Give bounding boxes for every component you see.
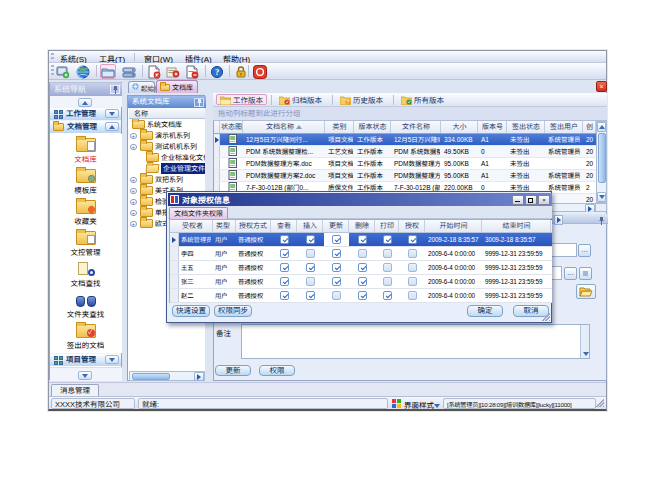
perm-button[interactable]: 权限 [259, 365, 295, 376]
sidebar-item-2[interactable]: 收藏夹 [50, 196, 121, 226]
chevron-down-icon[interactable] [105, 109, 119, 118]
detail-folder-button[interactable] [576, 284, 596, 299]
desktop-icon[interactable] [55, 64, 71, 79]
grid-vscrollbar[interactable] [596, 121, 607, 203]
grid-column-category[interactable]: 类别 [326, 121, 354, 133]
chevron-up-icon[interactable] [105, 122, 119, 131]
perm-update-checkbox[interactable] [324, 261, 349, 274]
dialog-column-print[interactable]: 打印 [376, 220, 399, 232]
perm-delete-checkbox[interactable] [350, 261, 375, 274]
dialog-column-view[interactable]: 查看 [272, 220, 297, 232]
tree-header[interactable]: 系统文档库 [128, 96, 206, 108]
dialog-row-3[interactable]: 张三用户普通授权2009-6-4 0:00:009999-12-31 23:59… [170, 275, 552, 289]
help-icon[interactable]: ? [209, 64, 225, 79]
grid-column-doc-name[interactable]: 文档名称 [244, 121, 325, 133]
perm-insert-checkbox[interactable] [298, 233, 323, 246]
tree-expander-icon[interactable]: + [130, 199, 137, 206]
perm-delete-checkbox[interactable] [350, 275, 375, 288]
scroll-down-icon[interactable] [597, 192, 606, 202]
dialog-row-2[interactable]: 王五用户普通授权2009-6-4 0:00:009999-12-31 23:59… [170, 261, 552, 275]
version-button-1[interactable]: 归档版本 [276, 94, 325, 105]
perm-view-checkbox[interactable] [272, 275, 297, 288]
lock-icon[interactable] [233, 64, 249, 79]
grid-row-1[interactable]: PDM 系统数据整理检...工艺文档工作版本PDM 系统数据整理...49.50… [214, 146, 596, 158]
perm-view-checkbox[interactable] [272, 289, 297, 302]
update-button[interactable]: 更新 [215, 365, 251, 376]
perm-print-checkbox[interactable] [376, 289, 399, 302]
scrollbar-thumb[interactable] [598, 133, 606, 183]
tab-library[interactable]: 文档库 [156, 80, 198, 93]
perm-update-checkbox[interactable] [324, 289, 349, 302]
tree-node-2[interactable]: +测试机机系列 [129, 141, 205, 152]
perm-grant-checkbox[interactable] [400, 289, 425, 302]
grid-column-version-no[interactable]: 版本号 [479, 121, 507, 133]
chevron-up-icon[interactable] [78, 98, 92, 107]
tree-expander-icon[interactable]: + [130, 221, 137, 228]
scroll-right-icon[interactable] [194, 372, 204, 381]
perm-update-checkbox[interactable] [324, 233, 349, 246]
sidebar-group-0[interactable]: 工作管理 [50, 107, 121, 120]
version-button-3[interactable]: 所有版本 [398, 94, 447, 105]
version-button-0[interactable]: 工作版本 [216, 94, 267, 105]
dialog-tab-folder-perms[interactable]: 文档文件夹权限 [169, 207, 228, 219]
dialog-column-insert[interactable]: 插入 [298, 220, 323, 232]
sidebar-item-1[interactable]: 模板库 [50, 165, 121, 195]
tree-expander-icon[interactable]: + [130, 210, 137, 217]
perm-grant-checkbox[interactable] [400, 261, 425, 274]
perm-grant-checkbox[interactable] [400, 247, 425, 260]
dialog-titlebar[interactable]: 对象授权信息× [168, 193, 552, 206]
perm-delete-checkbox[interactable] [350, 247, 375, 260]
dialog-row-4[interactable]: 赵二用户普通授权2009-6-4 0:00:009999-12-31 23:59… [170, 289, 552, 303]
dialog-column-grantee[interactable]: 受权者 [180, 220, 213, 232]
pin-icon[interactable] [194, 98, 204, 107]
sidebar-item-4[interactable]: 文档查找 [50, 258, 121, 288]
perm-view-checkbox[interactable] [272, 261, 297, 274]
dialog-column-delete[interactable]: 删除 [350, 220, 375, 232]
ok-button[interactable]: 确定 [467, 305, 503, 317]
perm-update-checkbox[interactable] [324, 275, 349, 288]
archive-drive-icon[interactable] [121, 64, 137, 79]
tree-expander-icon[interactable]: + [130, 144, 137, 151]
perm-grant-checkbox[interactable] [400, 275, 425, 288]
ellipsis-button[interactable]: … [564, 267, 577, 280]
perm-grant-checkbox[interactable] [400, 233, 425, 246]
sidebar-item-0[interactable]: 文档库 [50, 134, 121, 164]
grid-column-size[interactable]: 大小 [442, 121, 478, 133]
dialog-column-update[interactable]: 更新 [324, 220, 349, 232]
sidebar-group-2[interactable]: 项目管理 [50, 353, 121, 366]
grid-column-status-icon[interactable]: 状态图 [221, 121, 243, 133]
toolbar-grip[interactable] [51, 53, 54, 60]
grid-row-3[interactable]: PDM数据整理方案2.doc项目文档工作版本PDM数据整理方案2.doc95.0… [214, 170, 596, 182]
exit-icon[interactable] [252, 64, 268, 79]
ellipsis-button[interactable]: … [578, 244, 591, 257]
dialog-column-type[interactable]: 类型 [214, 220, 236, 232]
sidebar-item-3[interactable]: 文控管理 [50, 227, 121, 257]
perm-insert-checkbox[interactable] [298, 275, 323, 288]
resize-grip[interactable] [541, 312, 550, 321]
grid-column-checkout-user[interactable]: 签出用户 [546, 121, 583, 133]
version-button-2[interactable]: ?历史版本 [337, 94, 386, 105]
tree-node-3[interactable]: 企业标准化文件 [129, 152, 205, 163]
quick-set-button[interactable]: 快速设置 [172, 305, 210, 317]
dialog-column-grant[interactable]: 授权 [400, 220, 425, 232]
perm-print-checkbox[interactable] [376, 275, 399, 288]
close-icon[interactable]: × [538, 195, 550, 205]
perm-print-checkbox[interactable] [376, 233, 399, 246]
perm-view-checkbox[interactable] [272, 247, 297, 260]
globe-icon[interactable] [75, 64, 91, 79]
picker-button[interactable] [579, 267, 592, 280]
scroll-up-icon[interactable] [597, 122, 606, 132]
perm-print-checkbox[interactable] [376, 261, 399, 274]
doc-remove-icon[interactable] [184, 64, 200, 79]
dialog-column-end-time[interactable]: 结束时间 [483, 220, 551, 232]
dialog-row-1[interactable]: 李四用户普通授权2009-6-4 0:00:009999-12-31 23:59… [170, 247, 552, 261]
pin-icon[interactable] [110, 85, 120, 94]
sidebar-header[interactable]: 系统导航 [50, 83, 122, 96]
dialog-row-0[interactable]: 系统管理员用户普通授权2009-2-18 8:35:573009-2-18 8:… [170, 233, 552, 247]
perm-view-checkbox[interactable] [272, 233, 297, 246]
grid-column-checkout-state[interactable]: 签出状态 [508, 121, 545, 133]
tree-expander-icon[interactable]: + [130, 188, 137, 195]
perm-print-checkbox[interactable] [376, 247, 399, 260]
grid-column-version-state[interactable]: 版本状态 [355, 121, 391, 133]
collapse-left-icon[interactable] [554, 215, 563, 225]
